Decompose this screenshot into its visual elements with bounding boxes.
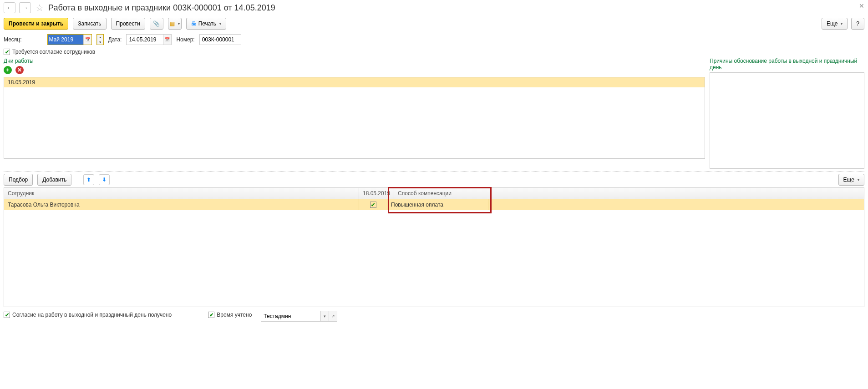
move-down-icon[interactable]: ⬇ (99, 174, 110, 185)
number-input[interactable] (200, 35, 241, 45)
consent-checkbox[interactable]: ✔ (4, 49, 10, 55)
attachment-button[interactable]: 📎 (150, 18, 163, 30)
printer-icon: 🖶 (191, 20, 197, 27)
col-blank (495, 188, 864, 199)
employees-grid: Сотрудник 18.05.2019 Способ компенсации … (4, 187, 864, 307)
reasons-textarea[interactable] (710, 72, 864, 169)
user-input[interactable] (261, 311, 320, 321)
select-employee-button[interactable]: Подбор (4, 174, 33, 186)
days-list[interactable]: 18.05.2019 (4, 77, 705, 159)
cell-date-check[interactable]: ✔ (359, 199, 387, 210)
user-open-icon[interactable]: ↗ (329, 311, 337, 321)
document-icon: ▦ (170, 20, 175, 27)
col-employee[interactable]: Сотрудник (4, 188, 359, 199)
date-calendar-icon[interactable]: 📅 (163, 35, 171, 45)
row-check-icon[interactable]: ✔ (370, 202, 376, 208)
page-title: Работа в выходные и праздники 003К-00000… (48, 3, 275, 13)
cell-compensation[interactable]: Повышенная оплата (387, 199, 488, 210)
day-row[interactable]: 18.05.2019 (4, 77, 705, 87)
remove-day-icon[interactable]: ✕ (15, 66, 24, 74)
post-and-close-button[interactable]: Провести и закрыть (4, 18, 68, 30)
month-down-icon[interactable]: ▼ (97, 40, 103, 45)
save-button[interactable]: Записать (73, 18, 106, 30)
consent-label: Требуется согласие сотрудников (12, 49, 95, 55)
nav-forward-button[interactable]: → (19, 2, 31, 13)
nav-back-button[interactable]: ← (4, 2, 15, 13)
cell-employee[interactable]: Тарасова Ольга Викторовна (4, 199, 359, 210)
month-calendar-icon[interactable]: 📅 (83, 35, 91, 45)
date-input-group[interactable]: 📅 (126, 34, 172, 45)
move-up-icon[interactable]: ⬆ (83, 174, 94, 185)
number-label: Номер: (176, 36, 194, 43)
col-date[interactable]: 18.05.2019 (359, 188, 394, 199)
consent-received-checkbox[interactable]: ✔ (4, 312, 10, 318)
month-label: Месяц: (4, 36, 22, 43)
month-input[interactable] (48, 35, 83, 45)
post-button[interactable]: Провести (111, 18, 145, 30)
more-button[interactable]: Еще (822, 18, 848, 30)
print-button[interactable]: 🖶 Печать (186, 18, 226, 30)
favorite-star-icon[interactable]: ☆ (35, 3, 45, 13)
add-day-icon[interactable]: + (4, 66, 12, 74)
days-section-label: Дни работы (4, 58, 705, 64)
date-label: Дата: (108, 36, 122, 43)
user-dropdown-icon[interactable]: ▾ (320, 311, 329, 321)
month-input-group[interactable]: 📅 (47, 34, 92, 45)
col-compensation[interactable]: Способ компенсации (394, 188, 495, 199)
user-select[interactable]: ▾ ↗ (261, 311, 337, 322)
grid-row[interactable]: Тарасова Ольга Викторовна ✔ Повышенная о… (4, 199, 864, 210)
reasons-section-label: Причины обоснование работы в выходной и … (710, 58, 864, 71)
paperclip-icon: 📎 (153, 20, 160, 27)
close-icon[interactable]: ✕ (859, 2, 864, 10)
add-row-button[interactable]: Добавить (37, 174, 71, 186)
help-button[interactable]: ? (851, 18, 864, 30)
basis-button[interactable]: ▦ (168, 18, 182, 30)
number-input-group[interactable] (199, 34, 241, 45)
month-up-icon[interactable]: ▲ (97, 35, 103, 40)
time-recorded-label: Время учтено (217, 312, 252, 318)
time-recorded-checkbox[interactable]: ✔ (208, 312, 214, 318)
consent-received-label: Согласие на работу в выходной и празднич… (12, 312, 172, 318)
date-input[interactable] (127, 35, 163, 45)
grid-more-button[interactable]: Еще (838, 174, 864, 186)
month-spinner[interactable]: ▲ ▼ (96, 34, 104, 45)
